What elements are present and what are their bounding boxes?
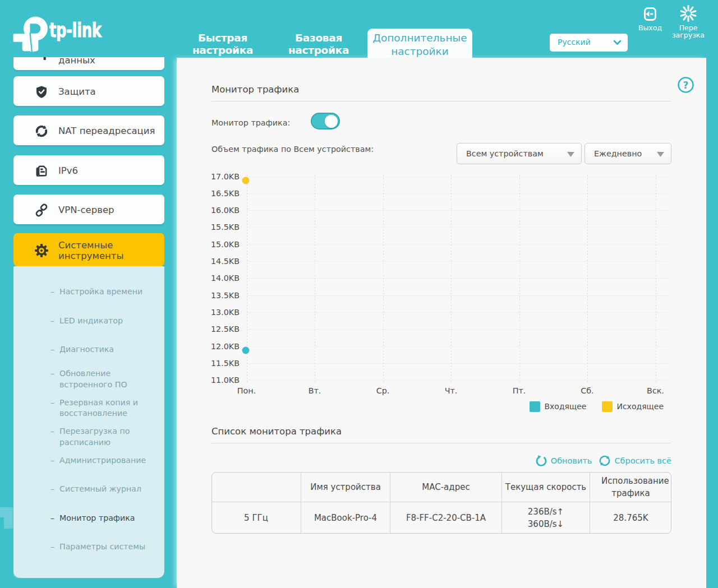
data-point-Входящее bbox=[242, 346, 250, 354]
statistics-icon bbox=[35, 57, 48, 63]
submenu-backup[interactable]: Резервная копия и восстановление bbox=[13, 397, 145, 419]
submenu-firmware[interactable]: Обновление встроенного ПО bbox=[13, 368, 137, 390]
cell-band: 5 ГГц bbox=[211, 502, 301, 533]
sidebar-item-label: IPv6 bbox=[58, 165, 78, 177]
submenu-system-parameters[interactable]: Параметры системы bbox=[13, 541, 164, 553]
system-tools-submenu: Настройка времени LED индикатор Диагност… bbox=[13, 266, 164, 578]
gridline-v bbox=[656, 175, 656, 385]
gridline-h bbox=[247, 329, 669, 330]
reboot-button[interactable]: Пере загрузка bbox=[668, 5, 709, 39]
submenu-reboot-schedule[interactable]: Перезагрузка по расписанию bbox=[13, 426, 145, 448]
traffic-monitor-table: Имя устройства MAC-адрес Текущая скорост… bbox=[211, 472, 671, 533]
gridline-h bbox=[247, 312, 669, 313]
legend-swatch bbox=[530, 401, 540, 412]
refresh-link[interactable]: Обновить bbox=[551, 456, 592, 465]
gridline-h bbox=[247, 380, 669, 381]
x-axis-label: Ср. bbox=[376, 386, 390, 395]
submenu-administration[interactable]: Администрирование bbox=[13, 455, 164, 466]
chart-legend: ВходящееИсходящее bbox=[530, 401, 664, 412]
gridline-v bbox=[383, 175, 384, 385]
sidebar-item-security[interactable]: Защита bbox=[13, 76, 164, 106]
y-axis-label: 17.0KB bbox=[177, 172, 240, 181]
y-axis-label: 11.5KB bbox=[177, 359, 240, 368]
x-axis-label: Сб. bbox=[581, 386, 593, 395]
y-axis-label: 16.0KB bbox=[177, 206, 240, 215]
speed-down: 360B/s↓ bbox=[528, 519, 564, 529]
gridline-h bbox=[247, 261, 669, 262]
sidebar-item-vpn[interactable]: VPN-сервер bbox=[13, 195, 164, 224]
tab-label-line1: Быстрая bbox=[181, 32, 265, 44]
x-axis-label: Чт. bbox=[445, 386, 458, 395]
x-axis-label: Пт. bbox=[513, 386, 526, 395]
sidebar-item-label: VPN-сервер bbox=[58, 205, 114, 216]
ipv6-icon bbox=[35, 164, 48, 178]
submenu-traffic-monitor[interactable]: Монитор трафика bbox=[13, 513, 164, 524]
list-title: Список монитора трафика bbox=[211, 426, 342, 437]
refresh-icon[interactable] bbox=[535, 455, 547, 467]
table-header-row: Имя устройства MAC-адрес Текущая скорост… bbox=[211, 472, 671, 502]
tab-label-line2: настройка bbox=[277, 44, 361, 57]
gridline-v bbox=[315, 175, 315, 385]
sidebar-item-nat[interactable]: NAT переадресация bbox=[13, 115, 164, 145]
gridline-v bbox=[587, 175, 588, 385]
y-axis-label: 15.0KB bbox=[177, 240, 240, 249]
legend-swatch bbox=[602, 401, 613, 412]
gridline-h bbox=[247, 295, 669, 296]
reset-all-icon[interactable] bbox=[599, 455, 611, 467]
speed-up: 236B/s↑ bbox=[528, 507, 564, 517]
main-content: Монитор трафика ? Монитор трафика: Объем… bbox=[177, 58, 706, 588]
y-axis-label: 14.0KB bbox=[177, 274, 240, 283]
reboot-spinner-icon bbox=[680, 5, 697, 22]
gridline-h bbox=[247, 227, 669, 228]
tab-label-line2: настройки bbox=[367, 45, 472, 58]
tab-advanced-setup[interactable]: Дополнительныенастройки bbox=[367, 29, 472, 58]
x-axis-label: Вск. bbox=[647, 386, 664, 395]
submenu-time-settings[interactable]: Настройка времени bbox=[13, 286, 164, 298]
gridline-v bbox=[451, 175, 452, 385]
language-select[interactable]: Русский bbox=[550, 34, 628, 52]
reset-all-link[interactable]: Сбросить всё bbox=[614, 456, 671, 465]
logout-button[interactable]: Выход bbox=[634, 7, 666, 31]
y-axis-label: 14.5KB bbox=[177, 257, 240, 266]
cell-usage: 28.765K bbox=[590, 502, 671, 533]
gridline-h bbox=[247, 177, 669, 177]
submenu-diagnostics[interactable]: Диагностика bbox=[13, 344, 164, 355]
gridline-v bbox=[519, 175, 520, 385]
submenu-led[interactable]: LED индикатор bbox=[13, 316, 164, 327]
sidebar-item-label-line2: инструменты bbox=[58, 251, 123, 261]
tab-quick-setup[interactable]: Быстраянастройка bbox=[181, 32, 265, 56]
vpn-link-icon bbox=[35, 203, 48, 217]
brand-wordmark: tp-link bbox=[49, 18, 102, 41]
sidebar-item-system-tools[interactable]: Системные инструменты bbox=[13, 233, 164, 266]
gridline-h bbox=[247, 193, 669, 194]
table-actions: Обновить Сбросить всё bbox=[535, 455, 671, 467]
tab-basic-setup[interactable]: Базоваянастройка bbox=[277, 32, 361, 56]
table-row: 5 ГГц MacBook-Pro-4 F8-FF-C2-20-CB-1A 23… bbox=[211, 502, 671, 533]
logout-label: Выход bbox=[634, 24, 666, 31]
legend-label: Исходящее bbox=[616, 402, 664, 411]
sidebar-item-label: NAT переадресация bbox=[58, 126, 155, 137]
gridline-h bbox=[247, 278, 669, 279]
sidebar-item-ipv6[interactable]: IPv6 bbox=[13, 155, 164, 185]
watermark-logo-fragment bbox=[0, 507, 13, 517]
y-axis-label: 13.5KB bbox=[177, 291, 240, 300]
tp-link-logo: tp-link bbox=[12, 13, 206, 53]
cell-speed: 236B/s↑360B/s↓ bbox=[502, 502, 590, 533]
tab-label-line1: Дополнительные bbox=[367, 31, 472, 45]
y-axis-label: 13.0KB bbox=[177, 308, 240, 317]
gridline-h bbox=[247, 244, 669, 245]
submenu-system-log[interactable]: Системный журнал bbox=[13, 484, 164, 495]
x-axis-label: Вт. bbox=[309, 386, 321, 395]
legend-label: Входящее bbox=[544, 402, 586, 411]
y-axis-label: 16.5KB bbox=[177, 189, 240, 198]
gridline-h bbox=[247, 363, 669, 364]
gridline-h bbox=[247, 210, 669, 211]
sidebar-item-label: данных bbox=[58, 57, 95, 66]
sidebar-item-statistics[interactable]: данных bbox=[13, 57, 164, 70]
sidebar-item-label: Системные bbox=[58, 239, 113, 250]
tab-label-line1: Базовая bbox=[277, 32, 361, 44]
gear-icon bbox=[35, 244, 48, 257]
language-value: Русский bbox=[558, 38, 591, 47]
reboot-label-line2: загрузка bbox=[672, 31, 705, 39]
chevron-down-icon bbox=[613, 40, 622, 45]
